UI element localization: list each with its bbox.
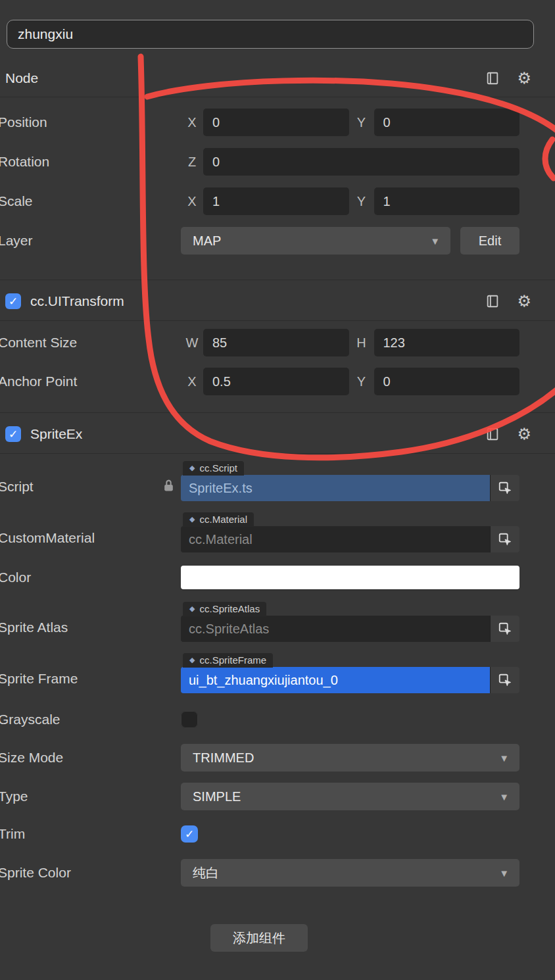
anchor-point-x-input[interactable]	[203, 368, 349, 395]
position-y-input[interactable]	[374, 109, 520, 136]
sprite-frame-asset-field[interactable]: ui_bt_zhuangxiujiantou_0	[181, 667, 490, 693]
uitransform-enabled-checkbox[interactable]: ✓	[5, 293, 21, 309]
node-section-title: Node	[5, 70, 38, 86]
spriteex-section-header: ✓ SpriteEx ⚙	[0, 418, 555, 450]
sprite-frame-label: Sprite Frame	[0, 671, 78, 687]
position-row: Position X Y	[0, 108, 555, 137]
type-badge: ◆ cc.Script	[183, 461, 244, 476]
layer-controls: MAP ▼ Edit	[181, 226, 519, 255]
scale-y-input[interactable]	[374, 187, 520, 215]
sprite-atlas-asset-field[interactable]: cc.SpriteAtlas	[181, 616, 490, 642]
sprite-atlas-field: cc.SpriteAtlas	[181, 616, 519, 642]
script-label: Script	[0, 479, 34, 495]
type-badge-label: cc.Script	[199, 462, 237, 474]
color-swatch[interactable]	[181, 566, 519, 589]
anchor-point-y-input[interactable]	[374, 368, 520, 395]
trim-checkbox[interactable]: ✓	[181, 825, 198, 843]
gear-icon[interactable]: ⚙	[517, 293, 531, 309]
anchor-point-controls: X Y	[181, 367, 519, 396]
node-header-icons: ⚙	[485, 70, 531, 86]
sprite-atlas-field-wrap: ◆ cc.SpriteAtlas cc.SpriteAtlas	[181, 601, 519, 642]
rotation-row: Rotation Z	[0, 147, 555, 176]
script-value: SpriteEx.ts	[189, 481, 253, 496]
check-icon: ✓	[185, 827, 194, 841]
sprite-color-row: Sprite Color 纯白 ▼	[0, 858, 555, 887]
sprite-color-dropdown[interactable]: 纯白 ▼	[181, 859, 519, 887]
scale-controls: X Y	[181, 187, 519, 216]
sprite-atlas-value: cc.SpriteAtlas	[189, 622, 269, 637]
layer-dropdown[interactable]: MAP ▼	[181, 227, 450, 255]
grayscale-row: Grayscale ✓	[0, 705, 555, 734]
gear-icon[interactable]: ⚙	[517, 426, 531, 442]
script-asset-field[interactable]: SpriteEx.ts	[181, 475, 490, 501]
type-badge: ◆ cc.Material	[183, 512, 254, 527]
content-size-w-input[interactable]	[203, 329, 349, 356]
sprite-atlas-label: Sprite Atlas	[0, 620, 68, 635]
script-field-wrap: ◆ cc.Script SpriteEx.ts	[181, 460, 519, 501]
divider	[0, 320, 555, 321]
sprite-frame-value: ui_bt_zhuangxiujiantou_0	[189, 673, 338, 688]
copy-icon[interactable]	[485, 427, 500, 441]
position-controls: X Y	[181, 108, 519, 137]
diamond-icon: ◆	[189, 656, 195, 664]
x-axis-label: X	[181, 374, 203, 389]
scale-x-input[interactable]	[203, 187, 349, 215]
sprite-color-label: Sprite Color	[0, 865, 71, 881]
type-dropdown[interactable]: SIMPLE ▼	[181, 783, 519, 810]
inspector-panel: Node ⚙ Position X Y Rotation Z Scale X Y	[0, 0, 555, 980]
y-axis-label: Y	[349, 374, 374, 389]
color-row: Color	[0, 564, 555, 591]
sprite-frame-field-wrap: ◆ cc.SpriteFrame ui_bt_zhuangxiujiantou_…	[181, 652, 519, 693]
divider	[0, 280, 555, 280]
x-axis-label: X	[181, 115, 203, 130]
asset-picker-button[interactable]	[490, 475, 519, 501]
copy-icon[interactable]	[485, 294, 500, 308]
size-mode-label: Size Mode	[0, 750, 63, 766]
node-name-input[interactable]	[7, 20, 534, 49]
type-badge-label: cc.SpriteFrame	[199, 654, 266, 666]
grayscale-checkbox[interactable]: ✓	[181, 711, 198, 728]
h-axis-label: H	[349, 335, 374, 351]
asset-picker-button[interactable]	[490, 526, 519, 552]
divider	[0, 97, 555, 97]
copy-icon[interactable]	[485, 71, 500, 86]
size-mode-dropdown[interactable]: TRIMMED ▼	[181, 744, 519, 772]
custom-material-asset-field[interactable]: cc.Material	[181, 526, 490, 552]
script-field: SpriteEx.ts	[181, 475, 519, 501]
sprite-color-value: 纯白	[193, 864, 219, 882]
spriteex-enabled-checkbox[interactable]: ✓	[5, 426, 21, 442]
custom-material-label: CustomMaterial	[0, 530, 95, 546]
size-mode-row: Size Mode TRIMMED ▼	[0, 743, 555, 772]
asset-picker-button[interactable]	[490, 667, 519, 693]
check-icon: ✓	[9, 295, 18, 308]
anchor-point-row: Anchor Point X Y	[0, 367, 555, 396]
grayscale-label: Grayscale	[0, 712, 60, 727]
chevron-down-icon: ▼	[499, 752, 509, 764]
y-axis-label: Y	[349, 115, 374, 130]
type-badge: ◆ cc.SpriteAtlas	[183, 602, 266, 616]
script-row: Script ◆ cc.Script SpriteEx.ts	[0, 460, 555, 501]
y-axis-label: Y	[349, 194, 374, 209]
type-row: Type SIMPLE ▼	[0, 782, 555, 811]
content-size-h-input[interactable]	[374, 329, 520, 356]
add-component-button[interactable]: 添加组件	[210, 924, 308, 952]
rotation-z-input[interactable]	[203, 148, 519, 176]
gear-icon[interactable]: ⚙	[517, 70, 531, 86]
check-icon: ✓	[9, 428, 18, 441]
trim-label: Trim	[0, 826, 25, 842]
layer-value: MAP	[193, 233, 221, 249]
uitransform-section-header: ✓ cc.UITransform ⚙	[0, 285, 555, 317]
anchor-point-label: Anchor Point	[0, 374, 77, 389]
asset-picker-button[interactable]	[490, 616, 519, 642]
w-axis-label: W	[181, 335, 203, 351]
size-mode-value: TRIMMED	[193, 750, 254, 766]
diamond-icon: ◆	[189, 515, 195, 524]
type-badge: ◆ cc.SpriteFrame	[183, 653, 273, 668]
scale-label: Scale	[0, 193, 33, 209]
rotation-label: Rotation	[0, 154, 49, 170]
edit-button[interactable]: Edit	[460, 227, 519, 255]
position-x-input[interactable]	[203, 109, 349, 136]
layer-label: Layer	[0, 233, 33, 249]
grayscale-controls: ✓	[181, 705, 519, 734]
trim-row: Trim ✓	[0, 820, 555, 848]
